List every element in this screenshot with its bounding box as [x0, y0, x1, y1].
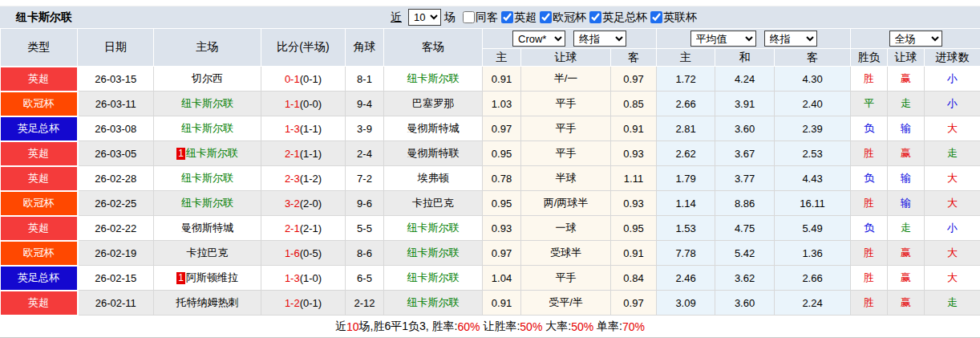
crow-handicap: 平手 [521, 266, 611, 291]
result-outcome: 平 [851, 92, 888, 116]
fulltime-score: 2-3 [285, 173, 300, 185]
match-row: 英足总杯 26-03-08 纽卡斯尔联 1-3(1-1) 3-9 曼彻斯特城 0… [1, 116, 980, 141]
halftime-score: (1-0) [300, 272, 322, 284]
home-team-name: 切尔西 [192, 72, 223, 84]
league-checkbox-ucl[interactable] [540, 11, 552, 23]
group-header-crow: Crow* 终指 [483, 29, 657, 49]
match-row: 英超 26-03-15 切尔西 0-1(0-1) 8-1 纽卡斯尔联 0.91 … [1, 67, 980, 92]
away-team-cell: 纽卡斯尔联 [384, 67, 483, 92]
score-cell: 1-1(0-0) [261, 92, 346, 116]
score-cell: 2-3(1-2) [261, 166, 346, 191]
corner-cell: 7-2 [346, 166, 384, 191]
avg-draw-odds: 4.75 [715, 216, 775, 241]
score-cell: 1-3(1-1) [261, 116, 346, 141]
crow-home-odds: 0.95 [483, 191, 521, 216]
date-cell: 26-02-11 [78, 291, 154, 316]
home-team-cell: 曼彻斯特城 [154, 216, 261, 241]
halftime-score: (0-1) [300, 297, 322, 309]
crow-away-odds: 0.97 [611, 291, 657, 316]
subcol-crow-away: 客 [611, 49, 657, 67]
recent-link[interactable]: 近 [391, 10, 402, 25]
away-team-name: 纽卡斯尔联 [407, 271, 460, 283]
match-row: 英超 26-02-22 曼彻斯特城 2-1(2-1) 5-5 纽卡斯尔联 0.9… [1, 216, 980, 241]
crow-odds-stage-select[interactable]: 终指 [573, 31, 626, 47]
avg-away-odds: 2.39 [775, 116, 851, 141]
score-cell: 2-1(2-1) [261, 216, 346, 241]
fulltime-select[interactable]: 全场 [889, 31, 942, 47]
table-body: 英超 26-03-15 切尔西 0-1(0-1) 8-1 纽卡斯尔联 0.91 … [1, 67, 980, 316]
home-team-name: 曼彻斯特城 [181, 222, 233, 234]
summary-segment: 近 [335, 320, 346, 334]
league-label-eflcup: 英联杯 [663, 10, 697, 25]
halftime-score: (0-1) [300, 73, 322, 85]
result-goals: 小 [925, 92, 980, 116]
summary-segment: 让胜率: [480, 320, 520, 334]
league-checkbox-eflcup[interactable] [650, 11, 662, 23]
crow-away-odds: 0.85 [611, 92, 657, 116]
corner-cell: 2-12 [346, 291, 384, 316]
average-select[interactable]: 平均值 [690, 31, 756, 47]
crow-home-odds: 0.91 [483, 291, 521, 316]
summary-segment: 10 [346, 320, 359, 333]
away-team-cell: 纽卡斯尔联 [384, 266, 483, 291]
result-handicap: 赢 [888, 291, 925, 316]
score-cell: 1-6(0-5) [261, 241, 346, 266]
avg-away-odds: 2.24 [775, 291, 851, 316]
crow-handicap: 一球 [521, 216, 611, 241]
score-cell: 0-1(0-1) [261, 67, 346, 92]
result-outcome: 胜 [851, 291, 888, 316]
away-team-name: 纽卡斯尔联 [407, 246, 460, 259]
halftime-score: (0-5) [300, 247, 322, 259]
score-cell: 1-3(1-0) [261, 266, 346, 291]
crow-away-odds: 0.91 [611, 241, 657, 266]
avg-draw-odds: 3.91 [715, 92, 775, 116]
recent-count-select[interactable]: 10 [408, 9, 441, 26]
result-goals: 大 [925, 266, 980, 291]
league-checkbox-facup[interactable] [589, 11, 601, 23]
avg-draw-odds: 3.77 [715, 166, 775, 191]
away-team-name: 埃弗顿 [418, 172, 449, 184]
same-venue-checkbox[interactable] [463, 11, 475, 23]
rank-badge: 1 [176, 148, 185, 160]
league-type-badge: 英超 [1, 141, 78, 166]
avg-home-odds: 1.14 [657, 191, 715, 216]
subcol-avg-home: 主 [657, 49, 715, 67]
date-cell: 26-03-08 [78, 116, 154, 141]
avg-away-odds: 16.11 [775, 191, 851, 216]
away-team-cell: 纽卡斯尔联 [384, 216, 483, 241]
home-team-name: 纽卡斯尔联 [186, 147, 238, 159]
crow-handicap: 平手 [521, 116, 611, 141]
corner-cell: 8-1 [346, 67, 384, 92]
league-checkbox-epl[interactable] [501, 11, 513, 23]
result-goals: 大 [925, 191, 980, 216]
col-header-score: 比分(半场) [261, 29, 346, 67]
crow-handicap: 半球 [521, 166, 611, 191]
date-cell: 26-03-11 [78, 92, 154, 116]
match-row: 欧冠杯 26-03-11 纽卡斯尔联 1-1(0-0) 9-4 巴塞罗那 1.0… [1, 92, 980, 116]
home-team-name: 纽卡斯尔联 [181, 97, 233, 109]
result-handicap: 输 [888, 166, 925, 191]
result-handicap: 输 [888, 116, 925, 141]
filter-controls: 近 10 场 同客 英超 欧冠杯 英足总杯 英联杯 [391, 9, 698, 26]
corner-cell: 3-9 [346, 116, 384, 141]
summary-segment: 60% [458, 320, 480, 333]
avg-away-odds: 2.40 [775, 92, 851, 116]
date-cell: 26-02-22 [78, 216, 154, 241]
away-team-cell: 曼彻斯特联 [384, 141, 483, 166]
avg-odds-stage-select[interactable]: 终指 [764, 31, 817, 47]
avg-home-odds: 1.72 [657, 67, 715, 92]
result-handicap: 输 [888, 191, 925, 216]
result-outcome: 胜 [851, 141, 888, 166]
crow-away-odds: 0.93 [611, 191, 657, 216]
result-handicap: 走 [888, 92, 925, 116]
team-header-bar: 纽卡斯尔联 近 10 场 同客 英超 欧冠杯 英足总杯 英联杯 [0, 6, 980, 28]
match-row: 英足总杯 26-02-15 1阿斯顿维拉 1-3(1-0) 6-5 纽卡斯尔联 … [1, 266, 980, 291]
avg-draw-odds: 3.60 [715, 116, 775, 141]
crow-handicap: 半/一 [521, 67, 611, 92]
score-cell: 3-2(2-0) [261, 191, 346, 216]
score-cell: 2-1(1-1) [261, 141, 346, 166]
match-history-table: 类型 日期 主场 比分(半场) 角球 客场 Crow* 终指 [0, 28, 980, 316]
bookmaker-select[interactable]: Crow* [512, 31, 565, 47]
league-type-badge: 英足总杯 [1, 116, 78, 141]
col-header-away: 客场 [384, 29, 483, 67]
